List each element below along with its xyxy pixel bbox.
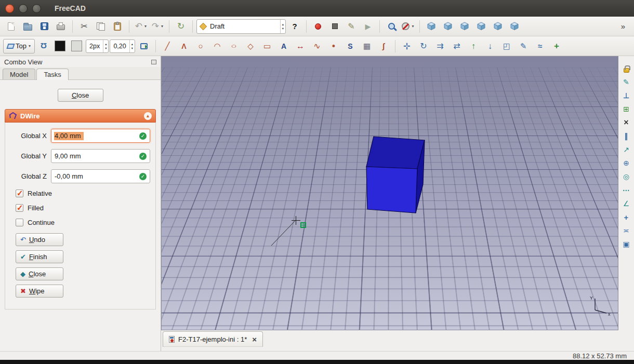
dropdown-arrow-icon[interactable]: ▾ <box>144 24 147 29</box>
whatsthis-button[interactable]: ? <box>287 19 302 34</box>
snap-intersection-button[interactable]: × <box>620 116 632 129</box>
macro-stop-button[interactable] <box>327 19 342 34</box>
draft-wire-tool[interactable]: Λ <box>176 38 192 54</box>
continue-checkbox-row[interactable]: Continue <box>16 219 152 226</box>
undo-button[interactable]: ↶Undo <box>16 233 63 246</box>
macro-record-button[interactable] <box>310 19 326 34</box>
draft-downgrade-tool[interactable]: ↓ <box>482 38 498 54</box>
snap-special-button[interactable]: + <box>620 211 632 223</box>
copy-button[interactable] <box>93 19 109 34</box>
snap-parallel-button[interactable]: ∥ <box>620 130 632 142</box>
dropdown-arrow-icon[interactable]: ▾ <box>29 44 31 48</box>
workbench-selector[interactable]: Draft▴▾ <box>196 19 286 34</box>
draft-bspline-tool[interactable]: ∿ <box>309 38 325 54</box>
snap-angle-button[interactable]: ◎ <box>620 170 632 183</box>
save-button[interactable] <box>36 19 52 34</box>
view-bottom-button[interactable] <box>507 19 522 34</box>
new-file-button[interactable] <box>3 19 19 34</box>
spinner-arrows-icon[interactable]: ▴▾ <box>129 40 135 52</box>
snap-workingplane-button[interactable]: ▣ <box>620 238 632 250</box>
snap-grid-button[interactable]: ⊞ <box>620 103 632 115</box>
collapse-icon[interactable]: ▴ <box>144 112 152 120</box>
task-panel-header[interactable]: DWire ▴ <box>5 109 156 123</box>
face-color-swatch[interactable] <box>69 38 85 54</box>
window-close-button[interactable] <box>5 4 14 13</box>
macro-play-button[interactable]: ▶ <box>360 19 376 34</box>
tab-model[interactable]: Model <box>3 69 35 79</box>
snap-center-button[interactable]: ⊕ <box>620 157 632 169</box>
redo-button[interactable]: ↷▾ <box>150 19 165 34</box>
snap-perpendicular-button[interactable]: ⊥ <box>620 89 632 102</box>
draft-wire-to-bspline-tool[interactable]: ≈ <box>532 38 548 54</box>
filled-checkbox-row[interactable]: Filled <box>16 204 152 212</box>
relative-checkbox[interactable] <box>16 190 23 197</box>
view-top-button[interactable] <box>457 19 472 34</box>
snap-toggle-button[interactable]: Ω <box>36 38 51 54</box>
draft-point-tool[interactable]: • <box>326 38 341 54</box>
draft-facebinder-tool[interactable]: ▦ <box>359 38 375 54</box>
refresh-button[interactable]: ↻ <box>173 19 189 34</box>
view-right-button[interactable] <box>473 19 489 34</box>
line-color-swatch[interactable] <box>52 38 68 54</box>
tab-tasks[interactable]: Tasks <box>36 69 68 80</box>
view-rear-button[interactable] <box>490 19 506 34</box>
draft-trimex-tool[interactable]: ⇄ <box>449 38 465 54</box>
draft-scale-tool[interactable]: ◰ <box>499 38 514 54</box>
dropdown-arrow-icon[interactable]: ▾ <box>161 24 163 29</box>
toolbar-extension-button[interactable]: » <box>615 19 631 34</box>
window-maximize-button[interactable] <box>32 4 41 13</box>
snap-dimensions-button[interactable]: ≍ <box>620 224 632 237</box>
view-front-button[interactable] <box>440 19 456 34</box>
spinner-arrows-icon[interactable]: ▴▾ <box>103 40 108 52</box>
window-minimize-button[interactable] <box>19 4 28 13</box>
global-y-input[interactable] <box>51 149 150 163</box>
snap-near-button[interactable]: ∠ <box>620 197 632 210</box>
draft-dimension-tool[interactable]: ↔ <box>293 38 308 54</box>
draft-ellipse-tool[interactable]: ○ <box>226 38 242 54</box>
draft-move-tool[interactable]: ⊹ <box>399 38 415 54</box>
draft-edit-tool[interactable]: ✎ <box>516 38 531 54</box>
snap-extension-button[interactable]: ↗ <box>620 143 632 156</box>
global-x-input[interactable] <box>51 129 150 143</box>
draft-polygon-tool[interactable]: ◇ <box>243 38 258 54</box>
wipe-button[interactable]: ✖Wipe <box>16 285 63 298</box>
snap-lock-button[interactable] <box>620 62 632 75</box>
open-file-button[interactable] <box>20 19 35 34</box>
line-width-spinner[interactable]: 2px▴▾ <box>86 39 109 53</box>
draft-bezier-tool[interactable]: ʃ <box>376 38 391 54</box>
box-zoom-button[interactable] <box>384 19 399 34</box>
clipping-plane-button[interactable]: ▾ <box>400 19 416 34</box>
cut-button[interactable]: ✂ <box>76 19 92 34</box>
draft-upgrade-tool[interactable]: ↑ <box>466 38 481 54</box>
task-close-button[interactable]: Close <box>58 89 103 102</box>
snap-ortho-button[interactable]: ⋯ <box>620 184 632 196</box>
draft-rotate-tool[interactable]: ↻ <box>416 38 431 54</box>
close-wire-button[interactable]: ◆Close <box>16 267 63 280</box>
relative-checkbox-row[interactable]: Relative <box>16 190 152 197</box>
macro-edit-button[interactable]: ✎ <box>344 19 359 34</box>
tab-close-icon[interactable]: × <box>252 335 257 343</box>
text-scale-spinner[interactable]: 0,20▴▾ <box>110 39 135 53</box>
draft-rectangle-tool[interactable]: ▭ <box>259 38 275 54</box>
draft-circle-tool[interactable]: ○ <box>193 38 208 54</box>
draft-text-tool[interactable]: A <box>276 38 292 54</box>
snap-endpoint-button[interactable]: ✎ <box>620 76 632 88</box>
global-z-input[interactable] <box>51 169 150 183</box>
view-isometric-button[interactable] <box>424 19 439 34</box>
draft-add-point-tool[interactable]: + <box>549 38 564 54</box>
dropdown-arrow-icon[interactable]: ▾ <box>412 24 414 29</box>
autogroup-button[interactable] <box>136 38 152 54</box>
undo-button[interactable]: ↶▾ <box>133 19 149 34</box>
draft-shapestring-tool[interactable]: S <box>342 38 358 54</box>
3d-viewport[interactable]: Y x <box>161 56 618 330</box>
combo-arrows-icon[interactable]: ▴▾ <box>280 20 285 33</box>
filled-checkbox[interactable] <box>16 204 23 212</box>
print-button[interactable] <box>53 19 69 34</box>
finish-button[interactable]: ✔Finish <box>16 250 63 263</box>
continue-checkbox[interactable] <box>16 219 23 226</box>
float-panel-icon[interactable] <box>151 60 156 64</box>
working-plane-button[interactable]: Top▾ <box>3 39 35 53</box>
document-tab[interactable]: F2-T17-ejemplo-ini : 1* × <box>163 331 263 347</box>
paste-button[interactable] <box>110 19 125 34</box>
draft-offset-tool[interactable]: ⇉ <box>432 38 448 54</box>
